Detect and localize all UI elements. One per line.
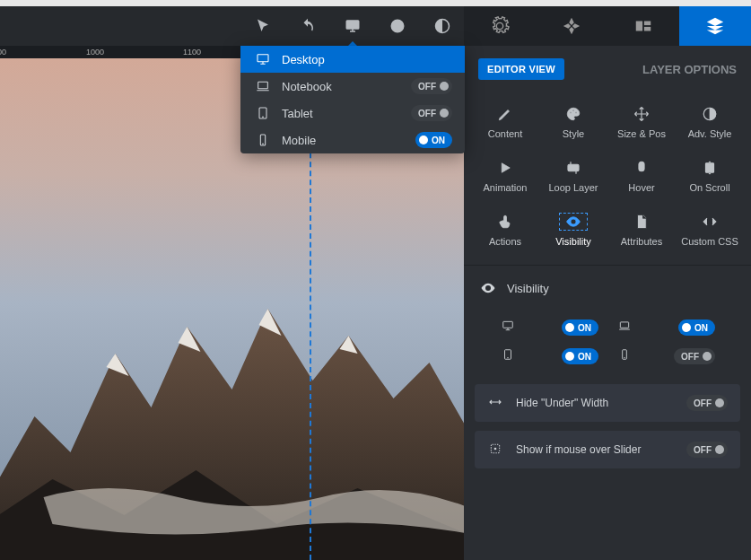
tablet-icon <box>500 348 516 364</box>
contrast-button[interactable] <box>420 6 465 46</box>
play-icon <box>497 159 513 177</box>
visibility-toggle-mobile[interactable]: OFF <box>674 348 715 364</box>
palette-icon <box>565 105 581 123</box>
move-icon <box>633 105 650 123</box>
device-toggle-notebook[interactable]: OFF <box>411 78 452 94</box>
visibility-mobile: OFF <box>616 348 715 364</box>
visibility-toggle-desktop[interactable]: ON <box>562 319 598 336</box>
scroll-icon <box>702 159 718 177</box>
prop-content[interactable]: Content <box>471 98 539 146</box>
device-option-label: Tablet <box>282 107 313 120</box>
svg-point-20 <box>494 447 497 450</box>
window-chrome <box>0 0 751 6</box>
option-row[interactable]: Show if mouse over Slider OFF <box>475 431 740 468</box>
navigation-tab[interactable] <box>536 6 607 46</box>
prop-label: Visibility <box>555 236 591 247</box>
visibility-notebook: ON <box>616 319 715 336</box>
prop-actions[interactable]: Actions <box>471 206 539 254</box>
svg-rect-3 <box>636 22 642 31</box>
device-option-mobile[interactable]: Mobile ON <box>240 127 465 153</box>
svg-rect-10 <box>568 164 579 171</box>
option-label: Hide "Under" Width <box>516 397 608 409</box>
prop-visibility[interactable]: Visibility <box>539 206 607 254</box>
notebook-icon <box>616 319 633 336</box>
settings-tab[interactable] <box>464 6 536 46</box>
prop-custom-css[interactable]: Custom CSS <box>676 206 744 254</box>
svg-point-16 <box>508 358 509 359</box>
ruler-tick: 1000 <box>86 48 104 57</box>
svg-rect-22 <box>258 82 268 88</box>
prop-style[interactable]: Style <box>539 98 607 146</box>
visibility-toggle-tablet[interactable]: ON <box>562 348 598 364</box>
mouse-icon <box>633 159 650 177</box>
cursor-tool-button[interactable] <box>240 6 285 46</box>
section-title: Visibility <box>507 282 549 295</box>
prop-label: Attributes <box>621 236 662 247</box>
device-option-label: Notebook <box>282 80 332 93</box>
svg-point-26 <box>263 144 264 144</box>
devices-dropdown: Desktop Notebook OFF Tablet OFF Mobile O… <box>240 46 465 153</box>
layers-tab[interactable] <box>679 6 751 46</box>
device-option-label: Desktop <box>282 53 325 66</box>
device-option-notebook[interactable]: Notebook OFF <box>240 73 465 100</box>
code-icon <box>702 213 718 231</box>
device-option-tablet[interactable]: Tablet OFF <box>240 100 465 127</box>
editor-view-button[interactable]: EDITOR VIEW <box>478 58 564 80</box>
mobile-icon <box>616 348 633 364</box>
option-toggle[interactable]: OFF <box>686 395 728 411</box>
doc-icon <box>633 213 650 231</box>
option-label: Show if mouse over Slider <box>516 443 641 456</box>
devices-button[interactable] <box>330 6 375 46</box>
svg-rect-13 <box>503 321 513 328</box>
device-option-desktop[interactable]: Desktop <box>240 46 465 73</box>
device-toggle-tablet[interactable]: OFF <box>411 105 452 121</box>
eye-icon <box>480 280 496 296</box>
svg-rect-11 <box>639 162 644 171</box>
prop-label: Style <box>563 128 584 139</box>
side-tabs <box>464 6 751 46</box>
svg-point-8 <box>575 112 577 114</box>
device-option-label: Mobile <box>282 134 316 147</box>
mobile-icon <box>255 133 271 147</box>
device-toggle-mobile[interactable]: ON <box>415 132 452 148</box>
prop-adv-style[interactable]: Adv. Style <box>676 98 744 146</box>
svg-rect-4 <box>644 22 651 26</box>
svg-point-7 <box>572 110 574 112</box>
desktop-icon <box>500 319 516 336</box>
prop-size-pos[interactable]: Size & Pos <box>607 98 676 146</box>
prop-label: Custom CSS <box>681 236 738 247</box>
svg-rect-0 <box>346 21 359 29</box>
pencil-icon <box>497 105 513 123</box>
width-icon <box>487 395 503 412</box>
prop-on-scroll[interactable]: On Scroll <box>676 152 744 200</box>
svg-point-6 <box>570 112 572 114</box>
prop-loop-layer[interactable]: Loop Layer <box>539 152 607 200</box>
prop-label: Loop Layer <box>548 182 598 193</box>
svg-rect-14 <box>620 322 628 328</box>
svg-point-24 <box>263 117 264 118</box>
visibility-toggle-notebook[interactable]: ON <box>678 319 715 336</box>
visibility-tablet: ON <box>500 348 598 364</box>
prop-hover[interactable]: Hover <box>607 152 676 200</box>
option-row[interactable]: Hide "Under" Width OFF <box>475 384 740 422</box>
prop-label: On Scroll <box>689 182 729 193</box>
gallery-tab[interactable] <box>607 6 679 46</box>
tablet-icon <box>255 106 271 120</box>
prop-label: Hover <box>628 182 654 193</box>
prop-label: Size & Pos <box>617 128 666 139</box>
notebook-icon <box>255 79 271 93</box>
option-toggle[interactable]: OFF <box>686 442 728 458</box>
prop-attributes[interactable]: Attributes <box>607 206 676 254</box>
canvas-image <box>0 246 464 560</box>
undo-button[interactable] <box>285 6 330 46</box>
contrast-icon <box>702 105 718 123</box>
layer-options-button[interactable]: LAYER OPTIONS <box>642 63 737 76</box>
svg-rect-12 <box>706 163 714 173</box>
loop-icon <box>565 159 581 177</box>
ruler-tick: 1100 <box>183 48 201 57</box>
prop-animation[interactable]: Animation <box>471 152 539 200</box>
eye-icon <box>559 213 588 231</box>
properties-panel: EDITOR VIEW LAYER OPTIONS Content Style … <box>464 46 751 560</box>
help-button[interactable] <box>375 6 420 46</box>
svg-point-18 <box>624 358 625 359</box>
